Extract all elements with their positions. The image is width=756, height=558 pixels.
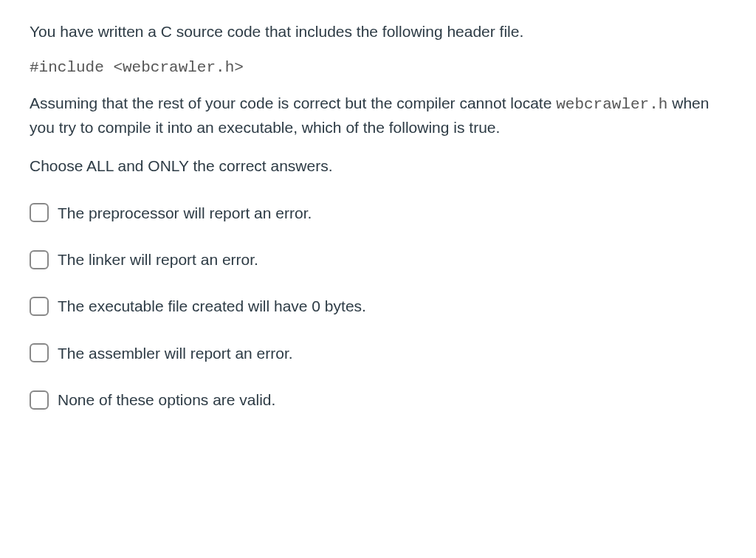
checkbox[interactable]: [30, 203, 49, 222]
answer-option[interactable]: The assembler will report an error.: [30, 343, 726, 363]
option-label: The assembler will report an error.: [58, 343, 293, 363]
question-body-part1: Assuming that the rest of your code is c…: [30, 94, 556, 111]
checkbox[interactable]: [30, 297, 49, 316]
question-instruction: Choose ALL and ONLY the correct answers.: [30, 155, 726, 177]
answer-option[interactable]: The executable file created will have 0 …: [30, 296, 726, 316]
answer-option[interactable]: The linker will report an error.: [30, 249, 726, 269]
checkbox[interactable]: [30, 343, 49, 362]
question-body: Assuming that the rest of your code is c…: [30, 92, 726, 139]
checkbox[interactable]: [30, 250, 49, 269]
checkbox[interactable]: [30, 390, 49, 410]
code-include-line: #include <webcrawler.h>: [30, 59, 726, 76]
option-label: The preprocessor will report an error.: [58, 203, 312, 223]
option-label: None of these options are valid.: [58, 390, 275, 410]
question-intro: You have written a C source code that in…: [30, 21, 726, 43]
question-body-code: webcrawler.h: [556, 96, 667, 113]
option-label: The executable file created will have 0 …: [58, 296, 366, 316]
option-label: The linker will report an error.: [58, 249, 258, 269]
answer-option[interactable]: The preprocessor will report an error.: [30, 203, 726, 223]
answer-option[interactable]: None of these options are valid.: [30, 390, 726, 410]
